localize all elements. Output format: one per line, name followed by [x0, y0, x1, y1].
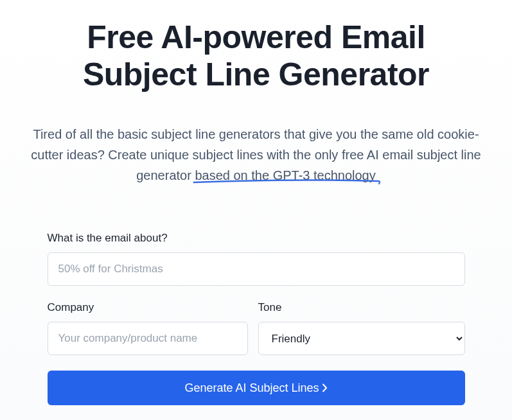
- tone-field: Tone Friendly: [258, 301, 465, 355]
- subtitle-container: Tired of all the basic subject line gene…: [26, 124, 486, 186]
- about-label: What is the email about?: [48, 232, 465, 245]
- about-field-row: What is the email about?: [48, 232, 465, 286]
- generate-button-label: Generate AI Subject Lines: [184, 381, 319, 395]
- company-tone-row: Company Tone Friendly: [48, 301, 465, 355]
- about-input[interactable]: [48, 252, 465, 286]
- generate-button[interactable]: Generate AI Subject Lines: [48, 371, 465, 405]
- company-input[interactable]: [48, 322, 248, 355]
- form-container: What is the email about? Company Tone Fr…: [48, 232, 465, 405]
- tone-select[interactable]: Friendly: [258, 322, 465, 355]
- tone-label: Tone: [258, 301, 465, 314]
- subtitle: Tired of all the basic subject line gene…: [26, 124, 486, 186]
- chevron-right-icon: [322, 383, 328, 392]
- page-title: Free AI-powered Email Subject Line Gener…: [26, 19, 486, 93]
- company-label: Company: [48, 301, 248, 314]
- subtitle-highlight: based on the GPT-3 technology: [195, 168, 375, 182]
- company-field: Company: [48, 301, 248, 355]
